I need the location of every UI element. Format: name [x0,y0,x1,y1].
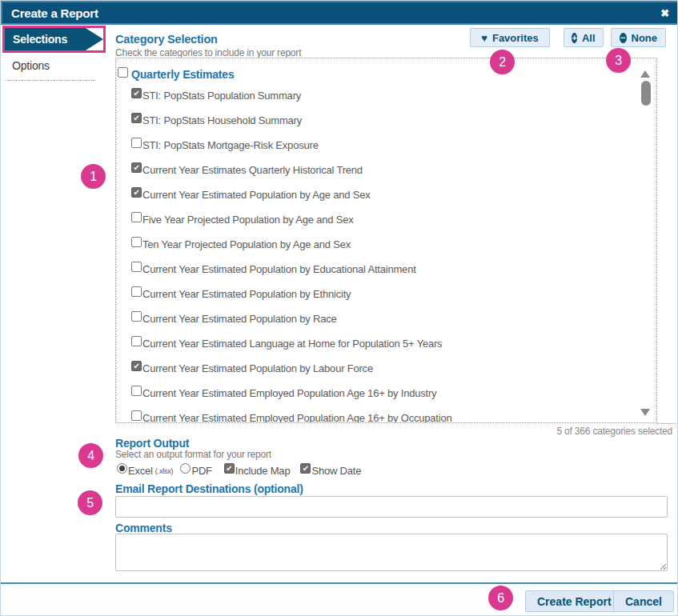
category-row[interactable]: Five Year Projected Population by Age an… [131,210,632,234]
excel-extension-label: (.xlsx) [155,467,174,475]
minus-circle-icon: − [620,33,627,43]
create-report-button[interactable]: Create Report [525,590,624,612]
category-label: Current Year Estimated Employed Populati… [142,412,451,423]
select-all-button[interactable]: + All [564,28,604,47]
report-output-subheading: Select an output format for your report [115,449,271,460]
show-date-checkbox[interactable]: ✔ [300,463,311,474]
output-format-row: Excel (.xlsx) PDF ✔ Include Map ✔ Show D… [117,462,361,474]
dialog-title: Create a Report [2,6,98,20]
report-output-heading: Report Output [115,437,189,450]
pdf-radio-label[interactable]: PDF [191,465,211,477]
category-row[interactable]: Current Year Estimated Population by Edu… [131,259,632,284]
category-row[interactable]: ✔ Current Year Estimated Population by A… [131,185,632,210]
category-checkbox[interactable] [131,237,142,247]
annotation-circle-2: 2 [490,50,515,74]
category-checkbox[interactable]: ✔ [131,113,142,123]
create-report-dialog: Create a Report ✖ Selections Options Cat… [0,0,678,616]
category-row[interactable]: Current Year Estimated Language at Home … [131,334,632,358]
comments-textarea[interactable] [115,534,668,571]
category-label: Current Year Estimated Population by Age… [142,189,371,201]
category-checkbox[interactable] [131,311,142,322]
annotation-circle-6: 6 [488,586,513,610]
all-button-label: All [582,32,596,44]
annotation-circle-4: 4 [78,443,103,468]
include-map-checkbox[interactable]: ✔ [224,463,235,474]
category-row[interactable]: Ten Year Projected Population by Age and… [131,234,632,259]
category-checkbox[interactable] [131,286,142,297]
category-label: Current Year Estimated Population by Lab… [142,362,373,374]
selection-summary: 5 of 366 categories selected [557,426,673,437]
category-checkbox[interactable]: ✔ [131,162,142,173]
category-row[interactable]: ✔ STI: PopStats Household Summary [131,110,632,135]
category-checkbox[interactable]: ✔ [131,187,142,198]
group-checkbox[interactable] [118,67,128,78]
category-label: Current Year Estimated Population by Rac… [142,313,337,325]
close-icon[interactable]: ✖ [660,2,669,23]
category-row[interactable]: STI: PopStats Mortgage-Risk Exposure [131,135,632,160]
none-button-label: None [632,32,658,44]
pdf-radio[interactable] [180,463,191,474]
email-destinations-input[interactable] [115,496,668,518]
comments-heading: Comments [115,522,172,534]
show-date-label[interactable]: Show Date [311,465,361,477]
category-selection-heading: Category Selection [115,33,218,46]
select-none-button[interactable]: − None [611,28,666,47]
category-checkbox[interactable] [131,212,142,222]
excel-radio[interactable] [117,463,127,474]
footer-divider [1,582,678,584]
favorites-button[interactable]: ♥ Favorites [470,28,550,47]
tab-options[interactable]: Options [12,59,50,72]
selections-tab-annotation-box: Selections [2,26,106,53]
cancel-button[interactable]: Cancel [613,590,674,612]
category-row[interactable]: ✔ STI: PopStats Population Summary [131,86,632,110]
category-list-items: ✔ STI: PopStats Population Summary ✔ STI… [131,86,632,423]
heart-icon: ♥ [481,33,487,43]
category-row[interactable]: Current Year Estimated Population by Rac… [131,309,632,334]
annotation-circle-1: 1 [81,164,106,189]
category-checkbox[interactable]: ✔ [131,88,142,98]
category-checkbox[interactable]: ✔ [131,361,142,371]
category-label: Current Year Estimated Population by Eth… [142,288,351,300]
category-row[interactable]: Current Year Estimated Employed Populati… [131,383,632,408]
category-row[interactable]: ✔ Current Year Estimates Quarterly Histo… [131,160,632,185]
category-list: Quarterly Estimates ✔ STI: PopStats Popu… [115,58,657,423]
category-row[interactable]: Current Year Estimated Employed Populati… [131,408,632,423]
category-label: Five Year Projected Population by Age an… [142,214,353,226]
category-label: Current Year Estimated Population by Edu… [142,263,416,275]
category-label: STI: PopStats Mortgage-Risk Exposure [142,139,319,151]
plus-circle-icon: + [572,33,576,43]
category-label: Current Year Estimates Quarterly Histori… [142,164,363,176]
sidebar-divider [5,80,95,81]
category-label: Current Year Estimated Employed Populati… [142,387,436,399]
category-checkbox[interactable] [131,262,142,272]
category-label: Ten Year Projected Population by Age and… [142,238,351,250]
favorites-button-label: Favorites [492,32,539,44]
category-row[interactable]: Current Year Estimated Population by Eth… [131,284,632,309]
category-label: STI: PopStats Population Summary [142,90,301,102]
annotation-circle-5: 5 [78,490,102,515]
email-destinations-heading: Email Report Destinations (optional) [115,482,303,495]
scrollbar-thumb[interactable] [641,81,651,106]
category-label: Current Year Estimated Language at Home … [142,338,442,350]
dialog-titlebar: Create a Report ✖ [1,1,678,25]
category-checkbox[interactable] [131,386,142,396]
category-group-row[interactable]: Quarterly Estimates [118,65,234,78]
list-border-extension [657,423,678,424]
category-group-label: Quarterly Estimates [131,68,234,81]
tab-selections[interactable]: Selections [5,28,103,50]
scroll-up-icon[interactable] [640,70,650,78]
category-label: STI: PopStats Household Summary [142,114,302,126]
category-checkbox[interactable] [131,138,142,148]
category-row[interactable]: ✔ Current Year Estimated Population by L… [131,358,632,383]
category-checkbox[interactable] [131,410,142,421]
include-map-label[interactable]: Include Map [235,465,291,477]
excel-radio-label[interactable]: Excel [128,465,153,477]
scroll-down-icon[interactable] [640,409,650,416]
category-selection-subheading: Check the categories to include in your … [115,47,301,58]
category-checkbox[interactable] [131,336,142,346]
annotation-circle-3: 3 [606,48,631,73]
